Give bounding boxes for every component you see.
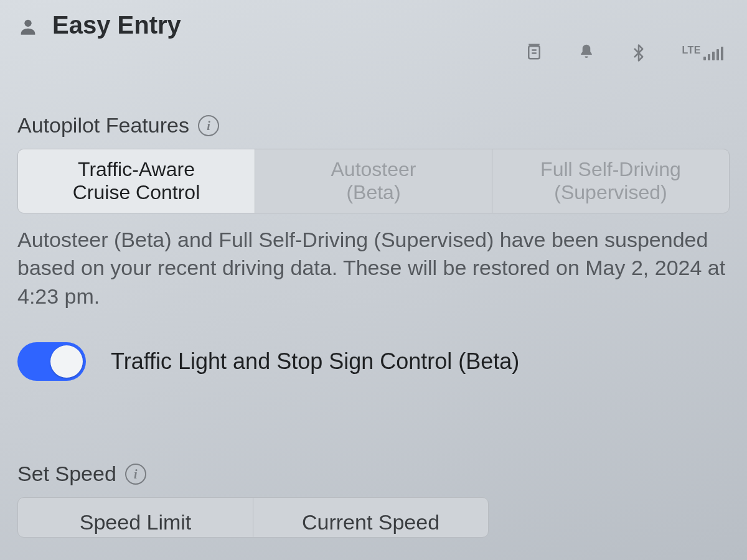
driver-profile-label: Easy Entry <box>52 11 181 39</box>
svg-point-0 <box>24 19 31 26</box>
driver-profile-button[interactable]: Easy Entry <box>17 11 181 39</box>
traffic-light-control-row: Traffic Light and Stop Sign Control (Bet… <box>17 342 730 381</box>
autopilot-features-heading: Autopilot Features i <box>17 113 730 138</box>
option-current-speed[interactable]: Current Speed <box>253 498 488 537</box>
bell-icon[interactable] <box>577 42 598 63</box>
option-fsd: Full Self-Driving (Supervised) <box>492 149 729 213</box>
top-bar: Easy Entry <box>17 11 730 63</box>
dashcam-icon[interactable] <box>525 42 546 63</box>
section-title: Set Speed <box>17 462 116 486</box>
set-speed-segment: Speed Limit Current Speed <box>17 497 489 538</box>
traffic-light-label: Traffic Light and Stop Sign Control (Bet… <box>111 348 519 375</box>
option-speed-limit[interactable]: Speed Limit <box>18 498 253 537</box>
bluetooth-icon[interactable] <box>629 42 651 63</box>
section-title: Autopilot Features <box>17 113 189 138</box>
info-icon[interactable]: i <box>125 464 146 485</box>
status-icons: LTE <box>525 42 723 63</box>
signal-bars-icon <box>703 45 723 60</box>
autopilot-settings-screen: Easy Entry <box>0 0 747 560</box>
set-speed-heading: Set Speed i <box>17 462 730 486</box>
info-icon[interactable]: i <box>198 115 219 136</box>
option-autosteer: Autosteer (Beta) <box>255 149 492 213</box>
network-type-label: LTE <box>682 45 701 55</box>
cellular-signal[interactable]: LTE <box>682 45 723 60</box>
suspension-notice: Autosteer (Beta) and Full Self-Driving (… <box>17 226 730 312</box>
traffic-light-toggle[interactable] <box>17 342 86 381</box>
toggle-knob <box>50 345 83 378</box>
person-icon <box>17 15 39 36</box>
option-tacc[interactable]: Traffic-Aware Cruise Control <box>18 149 255 213</box>
autopilot-mode-segment: Traffic-Aware Cruise Control Autosteer (… <box>17 149 730 213</box>
